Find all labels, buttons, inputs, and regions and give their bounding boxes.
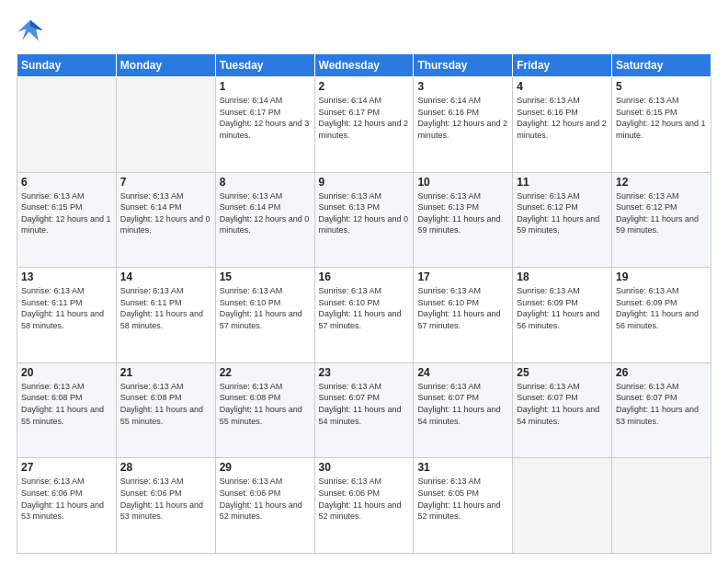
day-number: 11 — [517, 176, 608, 189]
day-cell: 29Sunrise: 6:13 AMSunset: 6:06 PMDayligh… — [215, 458, 314, 554]
day-header-monday: Monday — [116, 54, 215, 77]
day-info: Sunrise: 6:13 AMSunset: 6:05 PMDaylight:… — [417, 476, 508, 522]
day-cell: 23Sunrise: 6:13 AMSunset: 6:07 PMDayligh… — [314, 362, 414, 458]
day-info: Sunrise: 6:14 AMSunset: 6:17 PMDaylight:… — [319, 95, 410, 141]
day-info: Sunrise: 6:13 AMSunset: 6:09 PMDaylight:… — [517, 285, 608, 331]
day-number: 25 — [517, 366, 608, 379]
day-info: Sunrise: 6:13 AMSunset: 6:07 PMDaylight:… — [616, 381, 707, 427]
day-number: 26 — [616, 366, 707, 379]
day-cell: 6Sunrise: 6:13 AMSunset: 6:15 PMDaylight… — [17, 172, 117, 268]
day-cell: 15Sunrise: 6:13 AMSunset: 6:10 PMDayligh… — [215, 268, 314, 363]
day-info: Sunrise: 6:13 AMSunset: 6:07 PMDaylight:… — [319, 381, 410, 427]
day-cell: 17Sunrise: 6:13 AMSunset: 6:10 PMDayligh… — [414, 268, 513, 363]
day-cell — [17, 77, 117, 173]
day-header-saturday: Saturday — [612, 54, 711, 77]
day-number: 18 — [517, 270, 608, 283]
day-info: Sunrise: 6:14 AMSunset: 6:17 PMDaylight:… — [220, 95, 311, 141]
day-cell: 19Sunrise: 6:13 AMSunset: 6:09 PMDayligh… — [612, 268, 711, 363]
day-number: 1 — [220, 80, 311, 93]
day-cell: 10Sunrise: 6:13 AMSunset: 6:13 PMDayligh… — [414, 172, 513, 268]
week-row-1: 1Sunrise: 6:14 AMSunset: 6:17 PMDaylight… — [17, 77, 711, 173]
day-number: 27 — [21, 461, 112, 474]
calendar-header: SundayMondayTuesdayWednesdayThursdayFrid… — [17, 54, 711, 77]
page: SundayMondayTuesdayWednesdayThursdayFrid… — [0, 0, 728, 563]
day-number: 21 — [120, 366, 211, 379]
day-header-tuesday: Tuesday — [215, 54, 314, 77]
logo-icon — [17, 17, 44, 44]
day-cell: 14Sunrise: 6:13 AMSunset: 6:11 PMDayligh… — [116, 268, 215, 363]
day-info: Sunrise: 6:13 AMSunset: 6:10 PMDaylight:… — [319, 285, 410, 331]
day-number: 13 — [21, 270, 112, 283]
day-number: 24 — [417, 366, 508, 379]
day-cell: 7Sunrise: 6:13 AMSunset: 6:14 PMDaylight… — [116, 172, 215, 268]
day-cell: 5Sunrise: 6:13 AMSunset: 6:15 PMDaylight… — [612, 77, 711, 173]
day-number: 16 — [319, 270, 410, 283]
day-number: 14 — [120, 270, 211, 283]
day-number: 23 — [319, 366, 410, 379]
day-info: Sunrise: 6:13 AMSunset: 6:10 PMDaylight:… — [220, 285, 311, 331]
logo — [17, 17, 48, 44]
day-info: Sunrise: 6:13 AMSunset: 6:06 PMDaylight:… — [120, 476, 211, 522]
day-info: Sunrise: 6:13 AMSunset: 6:14 PMDaylight:… — [220, 190, 311, 236]
day-header-thursday: Thursday — [414, 54, 513, 77]
day-info: Sunrise: 6:13 AMSunset: 6:11 PMDaylight:… — [21, 285, 112, 331]
day-info: Sunrise: 6:13 AMSunset: 6:15 PMDaylight:… — [616, 95, 707, 141]
week-row-3: 13Sunrise: 6:13 AMSunset: 6:11 PMDayligh… — [17, 268, 711, 363]
day-cell — [612, 458, 711, 554]
day-number: 30 — [319, 461, 410, 474]
day-info: Sunrise: 6:13 AMSunset: 6:11 PMDaylight:… — [120, 285, 211, 331]
day-info: Sunrise: 6:14 AMSunset: 6:16 PMDaylight:… — [417, 95, 508, 141]
day-cell — [116, 77, 215, 173]
day-number: 3 — [417, 80, 508, 93]
day-number: 9 — [319, 176, 410, 189]
day-number: 4 — [517, 80, 608, 93]
day-number: 2 — [319, 80, 410, 93]
calendar-body: 1Sunrise: 6:14 AMSunset: 6:17 PMDaylight… — [17, 77, 711, 554]
header-row: SundayMondayTuesdayWednesdayThursdayFrid… — [17, 54, 711, 77]
day-info: Sunrise: 6:13 AMSunset: 6:15 PMDaylight:… — [21, 190, 112, 236]
day-cell: 1Sunrise: 6:14 AMSunset: 6:17 PMDaylight… — [215, 77, 314, 173]
week-row-2: 6Sunrise: 6:13 AMSunset: 6:15 PMDaylight… — [17, 172, 711, 268]
day-number: 20 — [21, 366, 112, 379]
day-cell: 16Sunrise: 6:13 AMSunset: 6:10 PMDayligh… — [314, 268, 414, 363]
week-row-4: 20Sunrise: 6:13 AMSunset: 6:08 PMDayligh… — [17, 362, 711, 458]
day-info: Sunrise: 6:13 AMSunset: 6:07 PMDaylight:… — [417, 381, 508, 427]
day-info: Sunrise: 6:13 AMSunset: 6:06 PMDaylight:… — [21, 476, 112, 522]
day-info: Sunrise: 6:13 AMSunset: 6:13 PMDaylight:… — [319, 190, 410, 236]
day-number: 10 — [417, 176, 508, 189]
day-number: 22 — [220, 366, 311, 379]
day-number: 8 — [220, 176, 311, 189]
day-cell — [513, 458, 612, 554]
day-header-friday: Friday — [513, 54, 612, 77]
day-cell: 22Sunrise: 6:13 AMSunset: 6:08 PMDayligh… — [215, 362, 314, 458]
day-cell: 13Sunrise: 6:13 AMSunset: 6:11 PMDayligh… — [17, 268, 117, 363]
day-info: Sunrise: 6:13 AMSunset: 6:16 PMDaylight:… — [517, 95, 608, 141]
day-cell: 4Sunrise: 6:13 AMSunset: 6:16 PMDaylight… — [513, 77, 612, 173]
day-cell: 8Sunrise: 6:13 AMSunset: 6:14 PMDaylight… — [215, 172, 314, 268]
day-cell: 9Sunrise: 6:13 AMSunset: 6:13 PMDaylight… — [314, 172, 414, 268]
day-info: Sunrise: 6:13 AMSunset: 6:09 PMDaylight:… — [616, 285, 707, 331]
day-cell: 30Sunrise: 6:13 AMSunset: 6:06 PMDayligh… — [314, 458, 414, 554]
day-cell: 20Sunrise: 6:13 AMSunset: 6:08 PMDayligh… — [17, 362, 117, 458]
day-info: Sunrise: 6:13 AMSunset: 6:12 PMDaylight:… — [517, 190, 608, 236]
day-number: 15 — [220, 270, 311, 283]
day-info: Sunrise: 6:13 AMSunset: 6:06 PMDaylight:… — [220, 476, 311, 522]
day-cell: 11Sunrise: 6:13 AMSunset: 6:12 PMDayligh… — [513, 172, 612, 268]
day-cell: 18Sunrise: 6:13 AMSunset: 6:09 PMDayligh… — [513, 268, 612, 363]
day-cell: 27Sunrise: 6:13 AMSunset: 6:06 PMDayligh… — [17, 458, 117, 554]
day-info: Sunrise: 6:13 AMSunset: 6:08 PMDaylight:… — [220, 381, 311, 427]
day-header-wednesday: Wednesday — [314, 54, 414, 77]
day-cell: 21Sunrise: 6:13 AMSunset: 6:08 PMDayligh… — [116, 362, 215, 458]
day-number: 19 — [616, 270, 707, 283]
day-info: Sunrise: 6:13 AMSunset: 6:06 PMDaylight:… — [319, 476, 410, 522]
day-cell: 12Sunrise: 6:13 AMSunset: 6:12 PMDayligh… — [612, 172, 711, 268]
day-number: 6 — [21, 176, 112, 189]
day-number: 7 — [120, 176, 211, 189]
day-info: Sunrise: 6:13 AMSunset: 6:08 PMDaylight:… — [120, 381, 211, 427]
day-cell: 3Sunrise: 6:14 AMSunset: 6:16 PMDaylight… — [414, 77, 513, 173]
day-header-sunday: Sunday — [17, 54, 117, 77]
day-cell: 31Sunrise: 6:13 AMSunset: 6:05 PMDayligh… — [414, 458, 513, 554]
day-info: Sunrise: 6:13 AMSunset: 6:08 PMDaylight:… — [21, 381, 112, 427]
day-number: 12 — [616, 176, 707, 189]
day-number: 5 — [616, 80, 707, 93]
